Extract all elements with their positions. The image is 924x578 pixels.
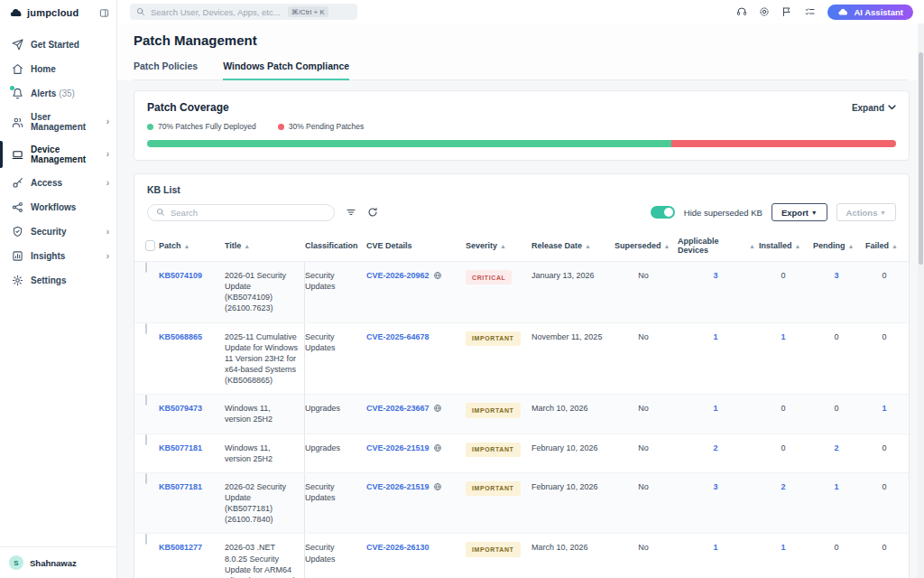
patch-title: 2026-01 Security Update (KB5074109) (261…: [225, 262, 305, 322]
cve-link[interactable]: CVE-2026-21519: [366, 443, 430, 453]
installed-count[interactable]: 1: [759, 534, 813, 561]
row-checkbox[interactable]: [145, 323, 147, 334]
content: Patch Coverage Expand 70% Patches Fully …: [117, 80, 924, 578]
patch-link[interactable]: KB5077181: [159, 482, 202, 491]
applicable-devices-count[interactable]: 1: [678, 395, 759, 422]
column-header-title[interactable]: Title▲: [225, 241, 305, 250]
installed-count[interactable]: 1: [759, 323, 813, 350]
workflow-icon: [12, 201, 23, 213]
patch-title: 2026-03 .NET 8.0.25 Security Update for …: [225, 534, 305, 578]
headset-icon[interactable]: [736, 6, 747, 17]
column-header-severity[interactable]: Severity▲: [466, 241, 531, 250]
pending-count[interactable]: 1: [813, 473, 865, 500]
pending-count: 0: [813, 323, 865, 350]
severity-badge: IMPORTANT: [466, 403, 521, 417]
search-shortcut-badge: ⌘/Ctrl + K: [288, 6, 328, 17]
filter-icon[interactable]: [346, 207, 356, 218]
cve-link[interactable]: CVE-2026-21519: [366, 481, 430, 492]
page-header: Patch Management Patch PoliciesWindows P…: [117, 23, 924, 80]
cve-link[interactable]: CVE-2026-23667: [366, 403, 430, 414]
sidebar-item-workflows[interactable]: Workflows: [0, 195, 116, 219]
applicable-devices-count[interactable]: 1: [678, 534, 759, 561]
patch-link[interactable]: KB5068865: [159, 332, 202, 341]
pending-count[interactable]: 3: [813, 262, 865, 289]
cve-link[interactable]: CVE-2025-64678: [366, 331, 430, 342]
sidebar-item-user-management[interactable]: User Management›: [0, 106, 116, 138]
column-header-applicable-devices[interactable]: Applicable Devices▲: [678, 237, 759, 255]
kb-search-input[interactable]: Search: [147, 204, 335, 221]
checklist-icon[interactable]: [804, 6, 816, 17]
sidebar-item-label: Home: [31, 64, 56, 74]
patch-coverage-title: Patch Coverage: [147, 101, 229, 114]
sidebar-item-label: Access: [31, 178, 62, 188]
collapse-sidebar-icon[interactable]: [99, 8, 109, 18]
tab-patch-policies[interactable]: Patch Policies: [134, 61, 198, 80]
pending-count[interactable]: 2: [813, 434, 865, 461]
sidebar-item-settings[interactable]: Settings: [0, 268, 116, 293]
sidebar-item-insights[interactable]: Insights›: [0, 244, 116, 268]
global-search-placeholder: Search User, Devices, Apps, etc...: [151, 7, 281, 17]
row-checkbox[interactable]: [145, 434, 147, 445]
release-date: February 10, 2026: [531, 473, 614, 500]
table-row: KB50812772026-03 .NET 8.0.25 Security Up…: [134, 534, 909, 578]
column-header-superseded[interactable]: Superseded▲: [614, 241, 678, 250]
column-header-failed[interactable]: Failed▲: [865, 241, 909, 250]
patch-link[interactable]: KB5081277: [159, 543, 202, 552]
row-checkbox[interactable]: [145, 395, 147, 406]
cve-globe-icon[interactable]: [433, 271, 442, 280]
cve-globe-icon[interactable]: [433, 404, 442, 413]
sidebar-user[interactable]: S Shahnawaz: [0, 546, 116, 578]
applicable-devices-count[interactable]: 2: [678, 434, 759, 461]
patch-title: Windows 11, version 25H2: [225, 395, 305, 433]
sidebar-item-security[interactable]: Security›: [0, 219, 116, 244]
export-button[interactable]: Export ▼: [772, 203, 827, 221]
sort-arrow-icon: ▲: [500, 243, 506, 249]
applicable-devices-count[interactable]: 3: [678, 473, 759, 500]
sidebar: jumpcloud Get StartedHomeAlerts (35)User…: [0, 0, 117, 578]
coverage-bar-deployed: [147, 140, 671, 147]
sidebar-item-home[interactable]: Home: [0, 57, 116, 81]
sort-arrow-icon: ▲: [848, 243, 855, 249]
row-checkbox[interactable]: [145, 534, 147, 545]
shield-icon: [12, 226, 23, 238]
patch-link[interactable]: KB5074109: [159, 271, 202, 280]
patch-link[interactable]: KB5077181: [159, 443, 202, 452]
gear-icon[interactable]: [759, 6, 770, 17]
table-row: KB5079473Windows 11, version 25H2Upgrade…: [134, 395, 909, 434]
select-all-checkbox[interactable]: [145, 240, 155, 251]
column-header-pending[interactable]: Pending▲: [813, 241, 865, 250]
installed-count[interactable]: 2: [759, 473, 813, 500]
column-header-release-date[interactable]: Release Date▲: [531, 241, 614, 250]
alert-notification-dot: [10, 86, 14, 90]
column-header-installed[interactable]: Installed▲: [759, 241, 813, 250]
actions-button[interactable]: Actions ▼: [836, 203, 896, 221]
severity-badge: IMPORTANT: [466, 443, 521, 457]
expand-button[interactable]: Expand: [852, 103, 896, 113]
refresh-icon[interactable]: [367, 207, 378, 218]
row-checkbox[interactable]: [145, 262, 147, 273]
sidebar-item-get-started[interactable]: Get Started: [0, 33, 116, 57]
sidebar-item-device-management[interactable]: Device Management›: [0, 138, 116, 171]
applicable-devices-count[interactable]: 1: [678, 323, 759, 350]
release-date: February 10, 2026: [531, 434, 614, 461]
applicable-devices-count[interactable]: 3: [678, 262, 759, 289]
hide-superseded-toggle[interactable]: [651, 206, 675, 219]
flag-icon[interactable]: [781, 6, 792, 17]
sort-arrow-icon: ▲: [749, 243, 755, 249]
cve-globe-icon[interactable]: [433, 443, 442, 452]
cve-globe-icon[interactable]: [433, 482, 442, 491]
column-header-patch[interactable]: Patch▲: [159, 241, 225, 250]
global-search-input[interactable]: Search User, Devices, Apps, etc... ⌘/Ctr…: [130, 4, 357, 20]
tab-windows-patch-compliance[interactable]: Windows Patch Compliance: [223, 61, 349, 80]
sidebar-item-alerts[interactable]: Alerts (35): [0, 81, 116, 106]
scrollbar-track[interactable]: [918, 23, 924, 578]
scrollbar-thumb[interactable]: [919, 52, 923, 265]
cve-link[interactable]: CVE-2026-20962: [366, 270, 430, 281]
patch-link[interactable]: KB5079473: [159, 404, 202, 413]
cve-link[interactable]: CVE-2026-26130: [366, 542, 430, 553]
sidebar-nav: Get StartedHomeAlerts (35)User Managemen…: [0, 23, 116, 546]
sidebar-item-access[interactable]: Access›: [0, 171, 116, 195]
ai-assistant-button[interactable]: AI Assistant: [827, 5, 913, 20]
failed-count[interactable]: 1: [865, 395, 909, 422]
row-checkbox[interactable]: [145, 473, 147, 484]
